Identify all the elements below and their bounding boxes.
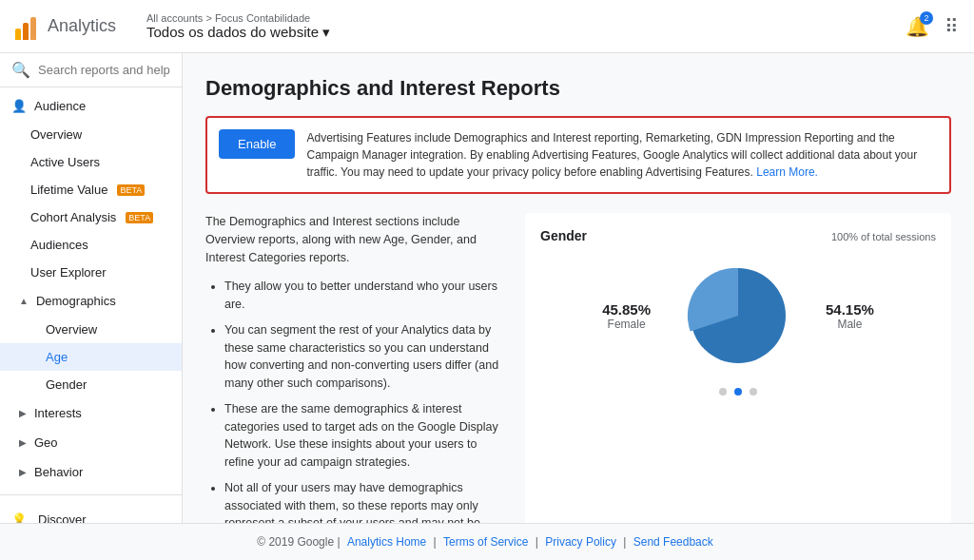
demographics-label: Demographics bbox=[36, 294, 116, 308]
sidebar-item-interests[interactable]: ▶ Interests bbox=[0, 398, 182, 428]
breadcrumb-section: All accounts > Focus Contabilidade Todos… bbox=[146, 12, 330, 41]
behavior-label: Behavior bbox=[34, 465, 83, 479]
analytics-home-link[interactable]: Analytics Home bbox=[347, 535, 426, 549]
interests-label: Interests bbox=[34, 406, 82, 420]
page-title: Demographics and Interest Reports bbox=[205, 76, 951, 101]
privacy-link[interactable]: Privacy Policy bbox=[545, 535, 616, 549]
analytics-logo bbox=[15, 13, 36, 40]
list-item: You can segment the rest of your Analyti… bbox=[224, 321, 510, 393]
female-legend: 45.85% Female bbox=[602, 301, 651, 331]
enable-section: Enable Advertising Features include Demo… bbox=[205, 116, 951, 194]
dot-1[interactable] bbox=[719, 388, 727, 396]
beta-badge-2: BETA bbox=[126, 212, 153, 223]
person-icon: 👤 bbox=[11, 99, 27, 113]
sidebar-item-cohort-analysis[interactable]: Cohort Analysis BETA bbox=[0, 203, 182, 231]
sidebar-item-user-explorer[interactable]: User Explorer bbox=[0, 259, 182, 286]
list-item: These are the same demographics & intere… bbox=[224, 400, 510, 472]
terms-link[interactable]: Terms of Service bbox=[443, 535, 528, 549]
chart-title: Gender bbox=[540, 228, 587, 243]
learn-more-link[interactable]: Learn More. bbox=[756, 165, 818, 179]
sidebar-item-demo-gender[interactable]: Gender bbox=[0, 371, 182, 398]
sidebar-item-demo-overview[interactable]: Overview bbox=[0, 316, 182, 343]
beta-badge: BETA bbox=[117, 184, 145, 196]
chart-subtitle: 100% of total sessions bbox=[831, 231, 936, 242]
pie-container: 45.85% Female 54.15% bbox=[540, 259, 936, 373]
expand-icon-behavior: ▶ bbox=[19, 467, 27, 477]
expand-icon-interests: ▶ bbox=[19, 408, 27, 418]
dots-navigation bbox=[540, 388, 936, 396]
topbar: Analytics All accounts > Focus Contabili… bbox=[0, 0, 974, 53]
overview-label: Overview bbox=[30, 127, 82, 142]
enable-desc-text: Advertising Features include Demographic… bbox=[306, 131, 917, 179]
sidebar-item-audience[interactable]: 👤 Audience bbox=[0, 91, 182, 121]
demo-gender-label: Gender bbox=[46, 377, 87, 392]
account-name: Todos os dados do website bbox=[146, 24, 319, 40]
list-item: Not all of your users may have demograph… bbox=[224, 479, 510, 523]
grid-menu-button[interactable]: ⠿ bbox=[945, 15, 959, 38]
dot-3[interactable] bbox=[750, 388, 757, 396]
active-users-label: Active Users bbox=[30, 155, 100, 169]
enable-button[interactable]: Enable bbox=[219, 129, 295, 159]
lifetime-value-label: Lifetime Value bbox=[30, 183, 107, 197]
main-layout: 🔍 👤 Audience Overview Active Users Lifet… bbox=[0, 53, 974, 523]
sidebar-item-demo-age[interactable]: Age bbox=[0, 343, 182, 371]
sidebar-item-demographics[interactable]: ▲ Demographics bbox=[0, 286, 182, 316]
sidebar-item-geo[interactable]: ▶ Geo bbox=[0, 428, 182, 457]
cohort-analysis-label: Cohort Analysis bbox=[30, 210, 116, 224]
demo-age-label: Age bbox=[46, 350, 68, 364]
intro-paragraph: The Demographics and Interest sections i… bbox=[205, 213, 510, 266]
sidebar-item-lifetime-value[interactable]: Lifetime Value BETA bbox=[0, 176, 182, 203]
pie-svg bbox=[681, 259, 795, 373]
expand-icon-geo: ▶ bbox=[19, 437, 27, 448]
app-title: Analytics bbox=[48, 16, 116, 36]
notification-badge: 2 bbox=[920, 11, 933, 25]
dot-2[interactable] bbox=[734, 388, 742, 396]
expand-icon: ▲ bbox=[19, 296, 29, 306]
search-icon: 🔍 bbox=[11, 61, 30, 79]
male-legend: 54.15% Male bbox=[826, 301, 874, 331]
demo-overview-label: Overview bbox=[46, 322, 97, 337]
user-explorer-label: User Explorer bbox=[30, 265, 106, 280]
account-selector[interactable]: Todos os dados do website ▾ bbox=[146, 24, 330, 41]
left-column: The Demographics and Interest sections i… bbox=[205, 213, 510, 523]
footer-copy: © 2019 Google bbox=[257, 535, 334, 549]
list-item: They allow you to better understand who … bbox=[224, 278, 510, 314]
bullet-list: They allow you to better understand who … bbox=[205, 278, 510, 523]
sidebar-bottom: 💡 Discover ⚙ Admin bbox=[0, 499, 182, 523]
footer: © 2019 Google | Analytics Home | Terms o… bbox=[0, 523, 974, 560]
chart-title-row: Gender 100% of total sessions bbox=[540, 228, 936, 243]
feedback-link[interactable]: Send Feedback bbox=[633, 535, 713, 549]
notifications-button[interactable]: 🔔 2 bbox=[906, 15, 929, 38]
discover-label: Discover bbox=[38, 512, 87, 523]
female-label: Female bbox=[602, 318, 651, 331]
grid-icon: ⠿ bbox=[945, 16, 959, 37]
female-pct: 45.85% bbox=[602, 301, 651, 318]
chart-panel: Gender 100% of total sessions 45.85% Fem… bbox=[525, 213, 951, 523]
male-label: Male bbox=[826, 318, 874, 331]
audiences-label: Audiences bbox=[30, 238, 88, 252]
topbar-left: Analytics All accounts > Focus Contabili… bbox=[15, 12, 330, 41]
sidebar-item-behavior[interactable]: ▶ Behavior bbox=[0, 457, 182, 487]
breadcrumb: All accounts > Focus Contabilidade bbox=[146, 12, 330, 24]
sidebar: 🔍 👤 Audience Overview Active Users Lifet… bbox=[0, 53, 183, 523]
sidebar-item-audiences[interactable]: Audiences bbox=[0, 231, 182, 259]
sidebar-item-overview[interactable]: Overview bbox=[0, 121, 182, 148]
audience-label: Audience bbox=[34, 99, 86, 113]
topbar-right: 🔔 2 ⠿ bbox=[906, 15, 959, 38]
sidebar-item-active-users[interactable]: Active Users bbox=[0, 148, 182, 176]
search-input[interactable] bbox=[38, 63, 170, 77]
discover-icon: 💡 bbox=[11, 512, 27, 523]
dropdown-icon: ▾ bbox=[322, 24, 330, 41]
sidebar-item-discover[interactable]: 💡 Discover bbox=[0, 503, 182, 523]
audience-section: 👤 Audience Overview Active Users Lifetim… bbox=[0, 87, 182, 491]
enable-description: Advertising Features include Demographic… bbox=[306, 129, 938, 181]
content-area: Demographics and Interest Reports Enable… bbox=[183, 53, 974, 523]
search-bar: 🔍 bbox=[0, 53, 182, 87]
pie-chart bbox=[681, 259, 795, 373]
geo-label: Geo bbox=[34, 435, 58, 450]
two-col-layout: The Demographics and Interest sections i… bbox=[205, 213, 951, 523]
male-pct: 54.15% bbox=[826, 301, 874, 318]
